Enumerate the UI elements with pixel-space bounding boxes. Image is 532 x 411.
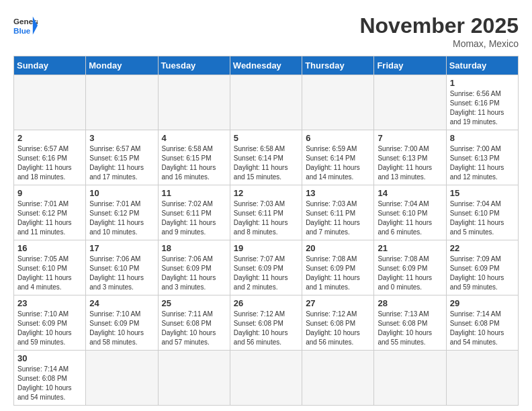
day-number: 19: [234, 243, 298, 253]
day-info: Sunrise: 7:02 AMSunset: 6:11 PMDaylight:…: [162, 199, 226, 237]
day-number: 2: [17, 133, 82, 143]
day-number: 22: [450, 243, 515, 253]
day-number: 17: [89, 243, 154, 253]
day-number: 6: [306, 133, 370, 143]
day-info: Sunrise: 7:03 AMSunset: 6:11 PMDaylight:…: [306, 199, 370, 237]
day-number: 26: [234, 298, 298, 308]
calendar-cell: 25Sunrise: 7:11 AMSunset: 6:08 PMDayligh…: [158, 295, 230, 351]
day-info: Sunrise: 7:11 AMSunset: 6:08 PMDaylight:…: [162, 310, 226, 347]
day-info: Sunrise: 7:14 AMSunset: 6:08 PMDaylight:…: [17, 365, 82, 402]
day-info: Sunrise: 7:10 AMSunset: 6:09 PMDaylight:…: [17, 310, 82, 347]
calendar-cell: [158, 351, 230, 406]
logo-icon: General Blue: [13, 13, 38, 38]
calendar-cell: [86, 351, 158, 406]
day-number: 25: [162, 298, 226, 308]
calendar-cell: [86, 75, 158, 130]
day-number: 20: [306, 243, 370, 253]
day-number: 24: [89, 298, 154, 308]
calendar-cell: 27Sunrise: 7:12 AMSunset: 6:08 PMDayligh…: [302, 295, 374, 351]
month-title: November 2025: [359, 13, 519, 38]
weekday-header-friday: Friday: [374, 56, 446, 75]
day-info: Sunrise: 7:09 AMSunset: 6:09 PMDaylight:…: [450, 255, 515, 292]
day-info: Sunrise: 7:03 AMSunset: 6:11 PMDaylight:…: [234, 199, 298, 237]
calendar-cell: 3Sunrise: 6:57 AMSunset: 6:15 PMDaylight…: [86, 130, 158, 185]
calendar-cell: 9Sunrise: 7:01 AMSunset: 6:12 PMDaylight…: [14, 185, 86, 240]
calendar-week-row: 9Sunrise: 7:01 AMSunset: 6:12 PMDaylight…: [14, 185, 519, 240]
svg-text:Blue: Blue: [13, 26, 31, 35]
day-info: Sunrise: 6:57 AMSunset: 6:16 PMDaylight:…: [17, 144, 82, 182]
day-number: 11: [162, 188, 226, 198]
day-number: 4: [162, 133, 226, 143]
day-info: Sunrise: 7:14 AMSunset: 6:08 PMDaylight:…: [450, 310, 515, 347]
weekday-header-thursday: Thursday: [302, 56, 374, 75]
calendar-cell: 17Sunrise: 7:06 AMSunset: 6:10 PMDayligh…: [86, 240, 158, 295]
calendar-week-row: 30Sunrise: 7:14 AMSunset: 6:08 PMDayligh…: [14, 351, 519, 406]
calendar-week-row: 16Sunrise: 7:05 AMSunset: 6:10 PMDayligh…: [14, 240, 519, 295]
calendar-cell: 5Sunrise: 6:58 AMSunset: 6:14 PMDaylight…: [230, 130, 302, 185]
day-info: Sunrise: 7:05 AMSunset: 6:10 PMDaylight:…: [17, 255, 82, 292]
day-info: Sunrise: 7:08 AMSunset: 6:09 PMDaylight:…: [378, 255, 442, 292]
day-info: Sunrise: 7:04 AMSunset: 6:10 PMDaylight:…: [378, 199, 442, 237]
calendar-cell: [14, 75, 86, 130]
day-number: 9: [17, 188, 82, 198]
calendar-cell: 6Sunrise: 6:59 AMSunset: 6:14 PMDaylight…: [302, 130, 374, 185]
calendar-cell: 21Sunrise: 7:08 AMSunset: 6:09 PMDayligh…: [374, 240, 446, 295]
calendar-cell: 12Sunrise: 7:03 AMSunset: 6:11 PMDayligh…: [230, 185, 302, 240]
logo: General Blue: [13, 13, 38, 38]
calendar-cell: 28Sunrise: 7:13 AMSunset: 6:08 PMDayligh…: [374, 295, 446, 351]
day-info: Sunrise: 7:00 AMSunset: 6:13 PMDaylight:…: [378, 144, 442, 182]
calendar-cell: 1Sunrise: 6:56 AMSunset: 6:16 PMDaylight…: [446, 75, 518, 130]
day-number: 8: [450, 133, 515, 143]
calendar-cell: 10Sunrise: 7:01 AMSunset: 6:12 PMDayligh…: [86, 185, 158, 240]
day-info: Sunrise: 7:04 AMSunset: 6:10 PMDaylight:…: [450, 199, 515, 237]
calendar-cell: 22Sunrise: 7:09 AMSunset: 6:09 PMDayligh…: [446, 240, 518, 295]
calendar-cell: [446, 351, 518, 406]
day-info: Sunrise: 7:06 AMSunset: 6:09 PMDaylight:…: [162, 255, 226, 292]
calendar-cell: 20Sunrise: 7:08 AMSunset: 6:09 PMDayligh…: [302, 240, 374, 295]
day-info: Sunrise: 7:06 AMSunset: 6:10 PMDaylight:…: [89, 255, 154, 292]
day-info: Sunrise: 7:12 AMSunset: 6:08 PMDaylight:…: [234, 310, 298, 347]
calendar-cell: 11Sunrise: 7:02 AMSunset: 6:11 PMDayligh…: [158, 185, 230, 240]
weekday-header-row: SundayMondayTuesdayWednesdayThursdayFrid…: [14, 56, 519, 75]
calendar-cell: [302, 351, 374, 406]
calendar-cell: [374, 351, 446, 406]
day-number: 14: [378, 188, 442, 198]
weekday-header-tuesday: Tuesday: [158, 56, 230, 75]
day-info: Sunrise: 6:56 AMSunset: 6:16 PMDaylight:…: [450, 89, 515, 127]
calendar-cell: 30Sunrise: 7:14 AMSunset: 6:08 PMDayligh…: [14, 351, 86, 406]
calendar-cell: 2Sunrise: 6:57 AMSunset: 6:16 PMDaylight…: [14, 130, 86, 185]
day-number: 21: [378, 243, 442, 253]
calendar-cell: [158, 75, 230, 130]
day-number: 7: [378, 133, 442, 143]
day-info: Sunrise: 6:57 AMSunset: 6:15 PMDaylight:…: [89, 144, 154, 182]
calendar-cell: 29Sunrise: 7:14 AMSunset: 6:08 PMDayligh…: [446, 295, 518, 351]
day-number: 10: [89, 188, 154, 198]
day-info: Sunrise: 7:00 AMSunset: 6:13 PMDaylight:…: [450, 144, 515, 182]
calendar-cell: [374, 75, 446, 130]
calendar-cell: [230, 351, 302, 406]
day-number: 3: [89, 133, 154, 143]
day-number: 18: [162, 243, 226, 253]
calendar-cell: 14Sunrise: 7:04 AMSunset: 6:10 PMDayligh…: [374, 185, 446, 240]
title-block: November 2025 Momax, Mexico: [359, 13, 519, 49]
day-number: 1: [450, 78, 515, 88]
day-info: Sunrise: 7:12 AMSunset: 6:08 PMDaylight:…: [306, 310, 370, 347]
day-info: Sunrise: 7:13 AMSunset: 6:08 PMDaylight:…: [378, 310, 442, 347]
weekday-header-saturday: Saturday: [446, 56, 518, 75]
weekday-header-wednesday: Wednesday: [230, 56, 302, 75]
day-number: 23: [17, 298, 82, 308]
calendar-cell: 26Sunrise: 7:12 AMSunset: 6:08 PMDayligh…: [230, 295, 302, 351]
day-number: 29: [450, 298, 515, 308]
day-number: 13: [306, 188, 370, 198]
calendar-week-row: 2Sunrise: 6:57 AMSunset: 6:16 PMDaylight…: [14, 130, 519, 185]
calendar-cell: 15Sunrise: 7:04 AMSunset: 6:10 PMDayligh…: [446, 185, 518, 240]
calendar-cell: [230, 75, 302, 130]
calendar-cell: 8Sunrise: 7:00 AMSunset: 6:13 PMDaylight…: [446, 130, 518, 185]
calendar-cell: 18Sunrise: 7:06 AMSunset: 6:09 PMDayligh…: [158, 240, 230, 295]
calendar-cell: 23Sunrise: 7:10 AMSunset: 6:09 PMDayligh…: [14, 295, 86, 351]
day-info: Sunrise: 7:10 AMSunset: 6:09 PMDaylight:…: [89, 310, 154, 347]
calendar-cell: [302, 75, 374, 130]
calendar-week-row: 23Sunrise: 7:10 AMSunset: 6:09 PMDayligh…: [14, 295, 519, 351]
calendar-cell: 19Sunrise: 7:07 AMSunset: 6:09 PMDayligh…: [230, 240, 302, 295]
page-header: General Blue November 2025 Momax, Mexico: [13, 13, 519, 49]
